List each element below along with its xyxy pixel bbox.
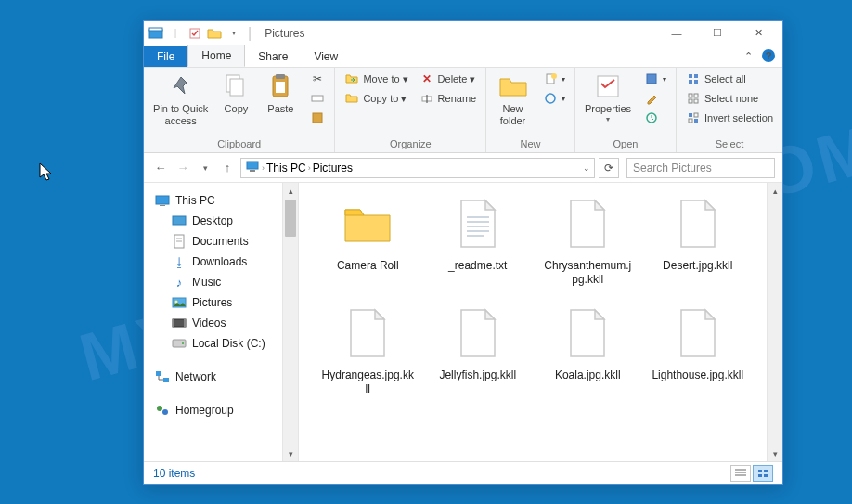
text-file-icon: [448, 194, 508, 253]
scroll-thumb[interactable]: [285, 200, 296, 237]
copy-button[interactable]: Copy: [215, 70, 256, 117]
svg-rect-9: [313, 113, 322, 123]
move-to-button[interactable]: Move to ▾: [341, 70, 411, 88]
file-item[interactable]: Desert.jpg.kkll: [648, 194, 749, 287]
explorer-window: | ▾ | Pictures — ☐ ✕ File Home Share Vie…: [143, 20, 783, 485]
nav-desktop[interactable]: Desktop: [144, 211, 282, 231]
nav-homegroup[interactable]: Homegroup: [144, 400, 282, 420]
invert-selection-icon: [686, 110, 701, 125]
copy-path-button[interactable]: [306, 89, 329, 108]
new-folder-qat-icon[interactable]: [206, 25, 223, 42]
file-icon: [448, 304, 508, 363]
content-scrollbar[interactable]: ▴ ▾: [767, 183, 782, 461]
close-button[interactable]: ✕: [738, 21, 779, 45]
collapse-ribbon-icon[interactable]: ⌃: [744, 50, 753, 62]
folder-icon: [338, 194, 397, 253]
nav-network[interactable]: Network: [144, 367, 282, 387]
paste-shortcut-button[interactable]: [306, 109, 329, 127]
help-icon[interactable]: ?: [762, 49, 775, 62]
chevron-right-icon[interactable]: ›: [262, 163, 265, 173]
ribbon-group-organize: Move to ▾ Copy to ▾ ✕Delete ▾ Rename Org…: [335, 68, 486, 152]
file-list[interactable]: Camera Roll_readme.txtChrysanthemum.jpg.…: [299, 183, 767, 461]
select-group-label: Select: [682, 138, 777, 151]
recent-dropdown[interactable]: ▾: [196, 159, 214, 177]
svg-rect-29: [694, 119, 698, 123]
window-title: Pictures: [265, 27, 304, 40]
nav-documents[interactable]: Documents: [144, 231, 282, 252]
rename-button[interactable]: Rename: [416, 89, 481, 108]
select-none-button[interactable]: Select none: [682, 89, 777, 108]
properties-button[interactable]: Properties ▾: [581, 70, 635, 126]
nav-videos[interactable]: Videos: [144, 313, 282, 333]
icons-view-button[interactable]: [753, 465, 773, 482]
ribbon-group-new: New folder ▾ ▾ New: [486, 68, 575, 152]
nav-scrollbar[interactable]: ▴ ▾: [283, 183, 299, 461]
file-item[interactable]: Koala.jpg.kkll: [537, 304, 639, 396]
svg-rect-59: [758, 474, 762, 477]
breadcrumb-dropdown-icon[interactable]: ⌄: [583, 163, 590, 173]
file-item[interactable]: Chrysanthemum.jpg.kkll: [537, 194, 639, 287]
tab-file[interactable]: File: [144, 46, 187, 67]
file-item[interactable]: Hydrangeas.jpg.kkll: [317, 304, 419, 396]
properties-qat-icon[interactable]: [187, 25, 203, 42]
back-button[interactable]: ←: [151, 159, 170, 177]
new-item-icon: [543, 71, 558, 86]
svg-rect-20: [689, 80, 692, 84]
select-all-button[interactable]: Select all: [682, 70, 777, 88]
refresh-button[interactable]: ⟳: [599, 158, 619, 178]
ribbon-group-clipboard: Pin to Quick access Copy Paste ✂ Clipboa…: [144, 68, 335, 152]
svg-point-44: [182, 342, 184, 344]
easy-access-icon: [543, 91, 558, 106]
tab-view[interactable]: View: [301, 46, 351, 67]
tab-home[interactable]: Home: [187, 45, 245, 67]
delete-button[interactable]: ✕Delete ▾: [416, 70, 481, 88]
file-item[interactable]: Lighthouse.jpg.kkll: [648, 304, 749, 396]
history-button[interactable]: [640, 109, 670, 127]
nav-pictures[interactable]: Pictures: [144, 292, 282, 313]
open-button[interactable]: ▾: [640, 70, 670, 88]
copy-label: Copy: [225, 103, 249, 115]
pictures-icon: [172, 295, 187, 310]
copy-icon: [221, 71, 251, 101]
new-item-button[interactable]: ▾: [539, 70, 569, 88]
file-icon: [668, 304, 728, 363]
invert-selection-button[interactable]: Invert selection: [682, 109, 777, 127]
cut-button[interactable]: ✂: [306, 70, 329, 88]
qat-dropdown-icon[interactable]: ▾: [226, 25, 242, 42]
svg-rect-46: [163, 378, 169, 382]
nav-downloads[interactable]: ⭳Downloads: [144, 252, 282, 272]
scroll-down-icon[interactable]: ▾: [283, 446, 298, 461]
maximize-button[interactable]: ☐: [697, 21, 738, 45]
tab-share[interactable]: Share: [245, 46, 301, 67]
scroll-down-icon[interactable]: ▾: [768, 446, 782, 461]
file-item[interactable]: Jellyfish.jpg.kkll: [428, 304, 529, 396]
nav-local-disk[interactable]: Local Disk (C:): [144, 333, 282, 354]
edit-button[interactable]: [640, 89, 670, 108]
nav-music[interactable]: ♪Music: [144, 272, 282, 292]
forward-button[interactable]: →: [174, 159, 192, 177]
details-view-button[interactable]: [730, 465, 751, 482]
search-input[interactable]: Search Pictures: [626, 158, 775, 178]
scroll-up-icon[interactable]: ▴: [768, 183, 782, 199]
nav-this-pc[interactable]: This PC: [144, 190, 282, 211]
nav-label: Pictures: [192, 296, 232, 309]
easy-access-button[interactable]: ▾: [539, 89, 569, 108]
up-button[interactable]: ↑: [218, 159, 237, 177]
chevron-right-icon[interactable]: ›: [308, 163, 311, 173]
file-item[interactable]: Camera Roll: [317, 194, 419, 287]
breadcrumb-pictures[interactable]: Pictures: [313, 162, 353, 174]
breadcrumb-thispc[interactable]: This PC: [266, 162, 306, 174]
mouse-cursor-icon: [39, 162, 56, 183]
minimize-button[interactable]: —: [656, 21, 697, 45]
ribbon-group-select: Select all Select none Invert selection …: [677, 68, 782, 152]
file-name-label: Hydrangeas.jpg.kkll: [321, 368, 414, 396]
new-folder-button[interactable]: New folder: [492, 70, 534, 129]
file-icon: [558, 304, 617, 363]
paste-button[interactable]: Paste: [260, 70, 301, 117]
file-item[interactable]: _readme.txt: [428, 194, 529, 287]
copy-to-button[interactable]: Copy to ▾: [341, 89, 411, 108]
breadcrumb[interactable]: › This PC › Pictures ⌄: [240, 158, 595, 178]
navigation-pane: This PC Desktop Documents ⭳Downloads ♪Mu…: [144, 183, 283, 461]
scroll-up-icon[interactable]: ▴: [283, 183, 298, 199]
pin-to-quick-access-button[interactable]: Pin to Quick access: [149, 70, 212, 129]
